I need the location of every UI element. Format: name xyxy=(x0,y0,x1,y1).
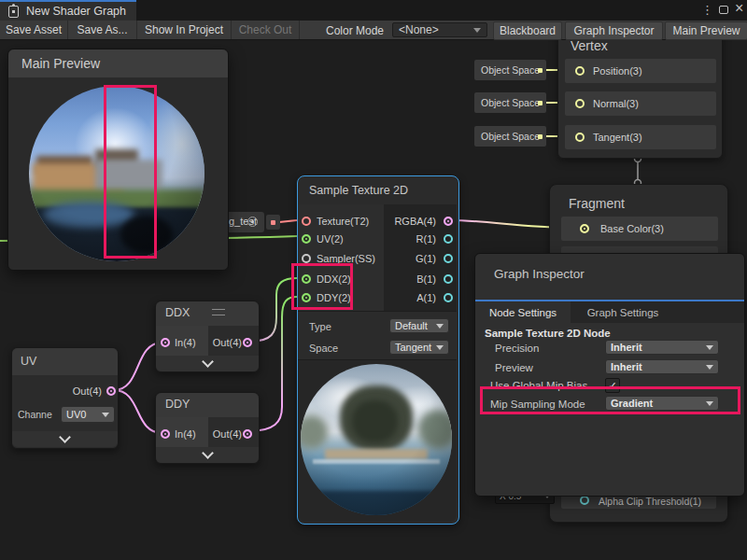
main-preview-button[interactable]: Main Preview xyxy=(665,21,747,40)
normal-port[interactable] xyxy=(575,99,585,108)
ddx-in-label: DDX(2) xyxy=(317,273,351,285)
wire-gtest-texture[interactable] xyxy=(279,220,297,222)
uv-node[interactable]: UV Out(4) Channe UV0 xyxy=(11,347,119,449)
ddy-in-label: In(4) xyxy=(175,428,196,440)
check-out-button[interactable]: Check Out xyxy=(232,21,300,39)
chevron-down-icon xyxy=(436,345,444,350)
button-label: Graph Inspector xyxy=(573,24,654,37)
window-tabstrip: New Shader Graph ⋮ × xyxy=(0,0,747,21)
mip-mode-dropdown[interactable]: Gradient xyxy=(605,396,719,411)
main-preview-title: Main Preview xyxy=(21,56,100,71)
uv-in-port[interactable] xyxy=(302,234,311,244)
uv-channel-dropdown[interactable]: UV0 xyxy=(61,406,115,423)
preview-dropdown[interactable]: Inherit xyxy=(605,359,719,374)
tab-graph-settings[interactable]: Graph Settings xyxy=(571,301,675,323)
chevron-down-icon xyxy=(102,413,109,417)
ddy-node[interactable]: DDY In(4) Out(4) xyxy=(155,392,260,464)
alpha-clip-port[interactable] xyxy=(580,496,589,505)
fragment-slot-label: Alpha Clip Threshold(1) xyxy=(599,496,701,507)
kebab-menu-icon[interactable]: ⋮ xyxy=(701,3,713,17)
toolbar: Save Asset Save As... Show In Project Ch… xyxy=(0,21,747,40)
preview-label: Preview xyxy=(495,362,533,373)
color-mode-dropdown[interactable]: <None> xyxy=(392,22,487,37)
save-as-button[interactable]: Save As... xyxy=(68,21,137,39)
tangent-port[interactable] xyxy=(575,133,585,142)
b-out-label: B(1) xyxy=(384,273,436,285)
check-icon: ✓ xyxy=(608,380,616,392)
type-value: Default xyxy=(395,320,428,331)
preview-toggle-icon[interactable] xyxy=(247,217,258,227)
ddy-collapse-button[interactable] xyxy=(156,447,259,463)
object-space-chip-2[interactable]: Object Space xyxy=(474,92,546,113)
rgba-out-port[interactable] xyxy=(444,217,453,226)
fragment-slot-label: Base Color(3) xyxy=(600,223,664,234)
resize-grip[interactable] xyxy=(212,309,225,315)
r-out-label: R(1) xyxy=(384,233,436,245)
ddx-out-label: Out(4) xyxy=(208,337,242,348)
object-space-chip-1[interactable]: Object Space xyxy=(474,60,546,80)
uv-out-port[interactable] xyxy=(106,386,116,396)
space-label: Space xyxy=(309,343,338,354)
chevron-down-icon xyxy=(706,345,713,350)
b-out-port[interactable] xyxy=(444,274,453,284)
precision-dropdown[interactable]: Inherit xyxy=(605,340,719,355)
r-out-port[interactable] xyxy=(444,234,453,244)
base-color-port[interactable] xyxy=(580,224,589,233)
tab-title: New Shader Graph xyxy=(26,5,126,18)
vertex-node[interactable]: Vertex Position(3) Normal(3) Tangent(3) xyxy=(557,34,723,159)
graph-inspector-panel[interactable]: Graph Inspector Node Settings Graph Sett… xyxy=(474,253,745,497)
main-preview-panel[interactable]: Main Preview xyxy=(7,49,229,271)
ddx-collapse-button[interactable] xyxy=(156,356,259,371)
sampler-in-label: Sampler(SS) xyxy=(317,253,375,264)
chevron-down-icon xyxy=(436,324,444,329)
tab-label: Node Settings xyxy=(489,307,557,318)
main-preview-sphere[interactable] xyxy=(29,86,204,261)
mip-mode-value: Gradient xyxy=(611,398,653,409)
a-out-label: A(1) xyxy=(384,292,436,303)
object-space-dot xyxy=(538,68,543,73)
blackboard-button[interactable]: Blackboard xyxy=(493,21,562,40)
type-dropdown[interactable]: Default xyxy=(389,318,449,333)
object-space-chip-3[interactable]: Object Space xyxy=(474,126,546,147)
button-label: Blackboard xyxy=(500,24,556,37)
fragment-node-title: Fragment xyxy=(569,196,625,211)
tab-node-settings[interactable]: Node Settings xyxy=(475,301,571,323)
graph-inspector-button[interactable]: Graph Inspector xyxy=(565,21,663,40)
button-label: Main Preview xyxy=(672,24,740,37)
uv-channel-value: UV0 xyxy=(66,409,86,420)
vertex-slot-position: Position(3) xyxy=(565,59,716,83)
a-out-port[interactable] xyxy=(444,293,453,302)
show-in-project-button[interactable]: Show In Project xyxy=(137,21,232,39)
maximize-icon[interactable] xyxy=(719,6,728,14)
sample-texture-2d-node[interactable]: Sample Texture 2D Texture(T2) UV(2) Samp… xyxy=(297,175,459,525)
shader-graph-tab[interactable]: New Shader Graph xyxy=(0,0,136,21)
object-space-label: Object Space xyxy=(481,64,540,76)
button-label: Show In Project xyxy=(145,23,223,36)
sample-node-preview[interactable] xyxy=(298,360,457,522)
ddx-in-port[interactable] xyxy=(161,338,170,347)
g-out-port[interactable] xyxy=(444,254,453,263)
object-space-label: Object Space xyxy=(481,131,540,142)
sample-node-title: Sample Texture 2D xyxy=(309,184,408,197)
save-asset-button[interactable]: Save Asset xyxy=(0,21,68,39)
close-icon[interactable]: × xyxy=(735,0,743,17)
position-port[interactable] xyxy=(575,66,585,76)
ddy-in-port[interactable] xyxy=(302,293,311,302)
uv-collapse-button[interactable] xyxy=(12,431,118,447)
ddy-out-port[interactable] xyxy=(243,429,252,439)
ddx-in-label: In(4) xyxy=(175,337,196,348)
space-dropdown[interactable]: Tangent xyxy=(389,340,449,355)
fragment-slot-basecolor: Base Color(3) xyxy=(561,217,718,241)
preview-sphere xyxy=(301,364,452,515)
object-space-dot xyxy=(538,134,543,139)
chevron-down-icon xyxy=(202,356,214,368)
ddx-in-port[interactable] xyxy=(302,274,311,284)
gtest-output-port[interactable] xyxy=(271,220,275,225)
ddy-in-port[interactable] xyxy=(161,429,170,439)
ddx-node[interactable]: DDX In(4) Out(4) xyxy=(155,301,260,372)
texture-in-port[interactable] xyxy=(302,217,311,226)
ddx-out-port[interactable] xyxy=(243,338,252,347)
mip-bias-checkbox[interactable]: ✓ xyxy=(605,378,620,393)
sampler-in-port[interactable] xyxy=(302,254,311,263)
graph-inspector-title: Graph Inspector xyxy=(494,267,585,281)
